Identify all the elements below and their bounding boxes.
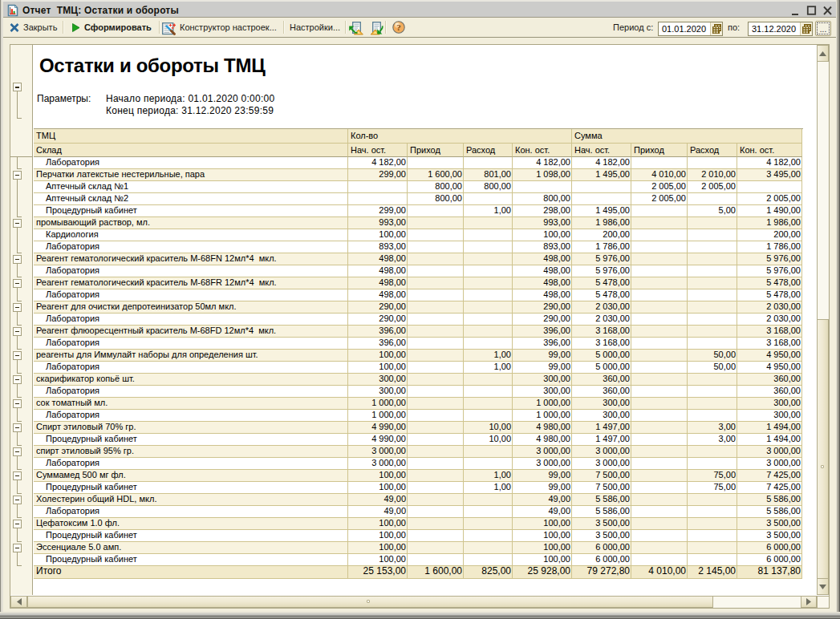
total-value[interactable]: 25 153,00	[348, 566, 408, 579]
row-value[interactable]	[408, 205, 464, 217]
row-value[interactable]: 4 182,00	[572, 157, 631, 169]
row-value[interactable]	[464, 410, 513, 422]
total-value[interactable]: 79 272,80	[572, 566, 631, 579]
row-value[interactable]	[631, 398, 688, 410]
row-value[interactable]	[408, 410, 464, 422]
row-value[interactable]: 498,00	[348, 289, 408, 301]
row-value[interactable]	[408, 482, 464, 494]
row-value[interactable]	[464, 289, 513, 301]
row-value[interactable]: 4 950,00	[737, 362, 802, 374]
row-value[interactable]: 50,00	[688, 350, 737, 362]
row-value[interactable]: 2 030,00	[572, 314, 631, 326]
row-value[interactable]: 298,00	[513, 205, 572, 217]
row-value[interactable]: 1 600,00	[408, 169, 464, 181]
row-value[interactable]: 1 000,00	[348, 398, 408, 410]
row-value[interactable]	[631, 374, 688, 386]
header-cell-sum-sub2[interactable]: Расход	[688, 144, 737, 157]
period-to-input[interactable]: 31.12.2020	[748, 22, 813, 36]
row-value[interactable]	[631, 494, 688, 506]
row-value[interactable]	[631, 350, 688, 362]
row-value[interactable]	[408, 434, 464, 446]
collapse-group-button[interactable]	[13, 351, 22, 360]
row-value[interactable]	[631, 362, 688, 374]
row-value[interactable]	[408, 289, 464, 301]
row-value[interactable]: 300,00	[572, 398, 631, 410]
row-value[interactable]	[631, 482, 688, 494]
row-value[interactable]	[688, 458, 737, 470]
row-value[interactable]: 5 586,00	[572, 494, 631, 506]
row-value[interactable]: 1 000,00	[513, 398, 572, 410]
row-value[interactable]: 6 000,00	[572, 554, 631, 566]
collapse-group-button[interactable]	[13, 255, 22, 264]
restore-values-button[interactable]	[349, 18, 363, 37]
header-cell-sum-sub3[interactable]: Кон. ост.	[737, 144, 802, 157]
row-value[interactable]	[631, 506, 688, 518]
row-value[interactable]: 1 494,00	[737, 422, 802, 434]
row-value[interactable]: 300,00	[737, 410, 802, 422]
row-value[interactable]	[631, 265, 688, 277]
row-value[interactable]: 360,00	[572, 374, 631, 386]
row-value[interactable]: 3 495,00	[737, 169, 802, 181]
row-value[interactable]	[464, 229, 513, 241]
row-value[interactable]: 1,00	[464, 362, 513, 374]
row-value[interactable]: 75,00	[688, 482, 737, 494]
row-value[interactable]	[408, 446, 464, 458]
row-value[interactable]: 3 500,00	[737, 530, 802, 542]
row-value[interactable]: 801,00	[464, 169, 513, 181]
row-value[interactable]: 100,00	[348, 554, 408, 566]
row-value[interactable]	[631, 229, 688, 241]
row-label[interactable]: Перчатки латекстые нестерильные, пара	[34, 169, 348, 181]
row-value[interactable]: 4 182,00	[737, 157, 802, 169]
row-value[interactable]: 800,00	[408, 193, 464, 205]
row-value[interactable]: 2 005,00	[631, 193, 688, 205]
row-value[interactable]: 360,00	[737, 374, 802, 386]
row-value[interactable]	[408, 458, 464, 470]
row-value[interactable]: 5 000,00	[572, 350, 631, 362]
row-value[interactable]: 2 010,00	[688, 169, 737, 181]
row-value[interactable]	[348, 193, 408, 205]
row-value[interactable]: 1,00	[464, 350, 513, 362]
row-value[interactable]: 3 500,00	[572, 518, 631, 530]
row-label[interactable]: Лаборатория	[34, 410, 348, 422]
row-value[interactable]: 5 478,00	[572, 289, 631, 301]
row-value[interactable]: 893,00	[513, 241, 572, 253]
row-value[interactable]: 1 497,00	[572, 422, 631, 434]
row-value[interactable]: 4 980,00	[513, 422, 572, 434]
row-value[interactable]	[631, 542, 688, 554]
period-more-button[interactable]: ...	[815, 21, 831, 36]
row-label[interactable]: Реагент гематологический краситель M-68F…	[34, 277, 348, 289]
row-label[interactable]: Процедурный кабинет	[34, 205, 348, 217]
row-value[interactable]	[688, 301, 737, 314]
row-value[interactable]: 3 000,00	[348, 458, 408, 470]
constructor-button[interactable]: Конструктор настроек...	[162, 18, 277, 37]
row-value[interactable]: 6 000,00	[737, 542, 802, 554]
row-value[interactable]: 10,00	[464, 434, 513, 446]
row-value[interactable]	[408, 253, 464, 265]
header-cell-qty-sub0[interactable]: Нач. ост.	[348, 144, 408, 157]
row-value[interactable]	[572, 181, 631, 193]
row-value[interactable]	[688, 530, 737, 542]
row-label[interactable]: Процедурный кабинет	[34, 482, 348, 494]
row-value[interactable]: 5 478,00	[737, 289, 802, 301]
row-label[interactable]: скарификатор копьё шт.	[34, 374, 348, 386]
row-label[interactable]: Лаборатория	[34, 314, 348, 326]
row-value[interactable]: 290,00	[513, 301, 572, 314]
row-value[interactable]	[464, 241, 513, 253]
row-value[interactable]	[688, 253, 737, 265]
row-value[interactable]: 5 000,00	[572, 362, 631, 374]
row-label[interactable]: Процедурный кабинет	[34, 530, 348, 542]
total-value[interactable]: 25 928,00	[513, 566, 572, 579]
row-value[interactable]: 100,00	[348, 542, 408, 554]
row-value[interactable]	[631, 157, 688, 169]
row-value[interactable]: 99,00	[513, 362, 572, 374]
row-label[interactable]: промывающий раствор, мл.	[34, 217, 348, 229]
row-value[interactable]	[464, 458, 513, 470]
row-value[interactable]	[464, 494, 513, 506]
row-value[interactable]	[631, 301, 688, 314]
row-value[interactable]: 49,00	[348, 506, 408, 518]
row-value[interactable]	[688, 386, 737, 398]
row-label[interactable]: Кардиология	[34, 229, 348, 241]
row-value[interactable]: 290,00	[348, 314, 408, 326]
row-value[interactable]	[408, 314, 464, 326]
row-value[interactable]	[408, 217, 464, 229]
